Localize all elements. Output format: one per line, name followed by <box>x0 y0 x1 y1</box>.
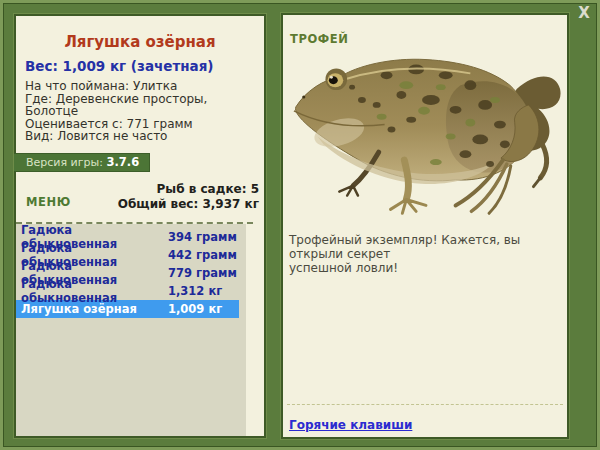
fish-weight: 442 грамм <box>168 248 237 262</box>
fish-weight: 394 грамм <box>168 230 237 244</box>
version-label: Версия игры: <box>26 156 103 169</box>
catch-info-panel: Лягушка озёрная Вес: 1,009 кг (зачетная)… <box>14 14 266 438</box>
fish-weight: 1,009 кг <box>168 302 222 316</box>
fish-weight: 779 грамм <box>168 266 237 280</box>
version-value: 3.7.6 <box>106 155 139 169</box>
close-button[interactable]: X <box>574 4 594 22</box>
trophy-message-line: Трофейный экземпляр! Кажется, вы открыли… <box>289 233 561 261</box>
menu-summary-row: МЕНЮ Рыб в садке: 5 Общий вес: 3,937 кг <box>26 182 259 212</box>
fish-weight: 1,312 кг <box>168 284 222 298</box>
trophy-header: ТРОФЕЙ <box>290 32 567 46</box>
menu-label: МЕНЮ <box>26 195 71 209</box>
creel-count: Рыб в садке: 5 <box>118 182 259 197</box>
creel-summary: Рыб в садке: 5 Общий вес: 3,937 кг <box>118 182 259 212</box>
fish-name: Лягушка озёрная <box>21 302 168 316</box>
catch-title: Лягушка озёрная <box>16 33 264 51</box>
catch-details: На что поймана: Улитка Где: Деревенские … <box>25 80 264 143</box>
trophy-frog-image <box>288 45 564 219</box>
footer-separator <box>287 404 563 405</box>
trophy-message: Трофейный экземпляр! Кажется, вы открыли… <box>289 233 561 275</box>
detail-rarity: Вид: Ловится не часто <box>25 130 264 143</box>
fish-row-selected[interactable]: Лягушка озёрная 1,009 кг <box>16 300 239 318</box>
hotkeys-link[interactable]: Горячие клавиши <box>289 418 412 432</box>
creel-list-section: Гадюка обыкновенная 394 грамм Гадюка обы… <box>16 222 253 436</box>
fish-list: Гадюка обыкновенная 394 грамм Гадюка обы… <box>16 224 246 436</box>
creel-total-weight: Общий вес: 3,937 кг <box>118 197 259 212</box>
detail-bait: На что поймана: Улитка <box>25 80 264 93</box>
fish-row[interactable]: Гадюка обыкновенная 1,312 кг <box>16 282 246 300</box>
fish-name: Гадюка обыкновенная <box>21 277 168 305</box>
trophy-message-line: успешной ловли! <box>289 261 561 275</box>
detail-location: Где: Деревенские просторы, Болотце <box>25 93 264 118</box>
catch-weight: Вес: 1,009 кг (зачетная) <box>25 58 264 74</box>
trophy-panel: ТРОФЕЙ <box>281 13 569 439</box>
game-version-bar: Версия игры: 3.7.6 <box>14 153 150 172</box>
